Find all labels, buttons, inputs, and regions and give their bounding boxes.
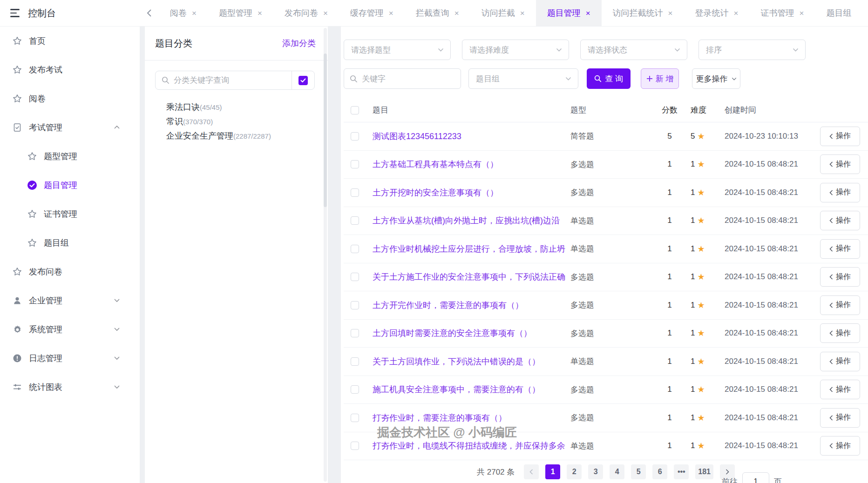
category-item[interactable]: 企业安全生产管理(2287/2287) [145,129,328,143]
question-title-link[interactable]: 土方作业时机械挖土应分层进行，合理放坡，防止坍 [373,243,570,255]
sidebar-item-certificate[interactable]: 证书管理 [0,200,140,228]
keyword-input[interactable]: 关键字 [344,68,461,89]
hamburger-menu-icon[interactable] [10,9,20,17]
tab-tixingguanli[interactable]: 题型管理× [208,0,273,26]
row-checkbox[interactable] [351,357,359,366]
close-icon[interactable]: × [586,9,590,17]
tab-zhengshuguanli[interactable]: 证书管理× [749,0,815,26]
row-actions-button[interactable]: 操作 [820,239,860,259]
page-button-5[interactable]: 5 [631,464,646,479]
category-item[interactable]: 乘法口诀(45/45) [145,100,328,114]
question-title-link[interactable]: 打夯作业时，需要注意的事项有（） [373,412,570,423]
category-item[interactable]: 常识(370/370) [145,114,328,129]
question-type-select[interactable]: 请选择题型 [344,40,451,60]
row-checkbox[interactable] [351,329,359,337]
page-button-4[interactable]: 4 [610,464,624,479]
row-actions-button[interactable]: 操作 [820,323,860,343]
row-checkbox[interactable] [351,132,359,141]
sidebar-item-system[interactable]: 系统管理 [0,315,140,344]
row-actions-button[interactable]: 操作 [820,380,860,399]
add-question-button[interactable]: 新 增 [641,68,679,89]
tab-timuguanli-active[interactable]: 题目管理× [536,0,602,26]
sidebar-item-publish-exam[interactable]: 发布考试 [0,55,140,84]
row-actions-button[interactable]: 操作 [820,408,860,428]
question-title-link[interactable]: 土方开挖时的安全注意事项有（） [373,187,570,198]
page-button-3[interactable]: 3 [588,464,603,479]
question-title-link[interactable]: 打夯作业时，电缆线不得扭结或缠绕，并应保持多余 [373,440,570,451]
sidebar-item-question-management-selected[interactable]: 题目管理 [0,171,140,200]
sidebar-item-enterprise[interactable]: 企业管理 [0,286,140,315]
query-button[interactable]: 查 询 [587,68,631,89]
sidebar-item-question-type[interactable]: 题型管理 [0,142,140,171]
more-pages-button[interactable]: ••• [674,464,689,479]
sidebar-item-publish-survey[interactable]: 发布问卷 [0,257,140,286]
status-select[interactable]: 请选择状态 [580,40,687,60]
row-actions-button[interactable]: 操作 [820,211,860,230]
close-icon[interactable]: × [799,9,804,17]
close-icon[interactable]: × [389,9,393,17]
sidebar-item-question-group[interactable]: 题目组 [0,228,140,257]
question-title-link[interactable]: 土方开完作业时，需要注意的事项有（） [373,300,570,311]
sidebar-item-grading[interactable]: 阅卷 [0,84,140,113]
jump-page-input[interactable] [742,472,769,483]
row-checkbox[interactable] [351,160,359,168]
select-all-checkbox[interactable] [351,106,359,114]
row-checkbox[interactable] [351,301,359,309]
row-checkbox[interactable] [351,442,359,450]
close-icon[interactable]: × [668,9,673,17]
question-title-link[interactable]: 土方基础工程具有基本特点有（） [373,159,570,170]
tab-yuejuan[interactable]: 阅卷× [159,0,208,26]
tab-huancunguanli[interactable]: 缓存管理× [339,0,405,26]
page-button-6[interactable]: 6 [652,464,667,479]
close-icon[interactable]: × [323,9,328,17]
sidebar-item-logs[interactable]: 日志管理 [0,344,140,373]
question-group-select[interactable]: 题目组 [468,68,578,89]
add-category-link[interactable]: 添加分类 [282,38,316,49]
row-actions-button[interactable]: 操作 [820,436,860,456]
row-actions-button[interactable]: 操作 [820,267,860,287]
question-difficulty: 1 [691,329,695,338]
more-actions-button[interactable]: 更多操作 [692,68,740,89]
sort-select[interactable]: 排序 [698,40,806,60]
category-filter-checkbox-checked[interactable] [298,76,308,85]
row-actions-button[interactable]: 操作 [820,295,860,315]
row-checkbox[interactable] [351,273,359,281]
row-checkbox[interactable] [351,188,359,197]
row-actions-button[interactable]: 操作 [820,352,860,371]
tab-fangwenlanjietongji[interactable]: 访问拦截统计× [602,0,684,26]
scrollbar[interactable] [324,28,327,482]
tab-fangwenlanjie[interactable]: 访问拦截× [470,0,536,26]
tab-timuzu[interactable]: 题目组 [815,0,862,26]
tabs-scroll-left-icon[interactable] [140,0,159,26]
row-checkbox[interactable] [351,216,359,225]
tab-lanjiechaxun[interactable]: 拦截查询× [405,0,470,26]
close-icon[interactable]: × [520,9,525,17]
prev-page-button[interactable] [524,464,539,479]
sidebar-item-exam-management[interactable]: 考试管理 [0,113,140,142]
row-checkbox[interactable] [351,245,359,253]
page-button-1[interactable]: 1 [545,464,560,479]
question-title-link[interactable]: 土方作业从基坑(槽)向外抛土时，应挑出坑(槽)边沿 [373,215,570,226]
row-actions-button[interactable]: 操作 [820,154,860,174]
tab-denglutongji[interactable]: 登录统计× [684,0,750,26]
tab-fabuwenjuan[interactable]: 发布问卷× [273,0,339,26]
close-icon[interactable]: × [454,9,459,17]
page-button-181[interactable]: 181 [695,464,713,479]
category-search-input[interactable]: 分类关键字查询 [156,71,292,89]
question-title-link[interactable]: 关于土方施工作业的安全注意事项中，下列说法正确 [373,271,570,282]
question-title-link[interactable]: 测试图表123456112233 [373,131,570,142]
row-checkbox[interactable] [351,385,359,394]
difficulty-select[interactable]: 请选择难度 [462,40,569,60]
sidebar-item-home[interactable]: 首页 [0,27,140,55]
question-title-link[interactable]: 土方回填时需要注意的安全注意事项有（） [373,328,570,339]
close-icon[interactable]: × [192,9,197,17]
close-icon[interactable]: × [734,9,739,17]
question-title-link[interactable]: 关于土方回填作业，下列说法中错误的是（） [373,356,570,367]
page-button-2[interactable]: 2 [567,464,582,479]
row-actions-button[interactable]: 操作 [820,127,860,146]
sidebar-item-statistics[interactable]: 统计图表 [0,373,140,402]
row-checkbox[interactable] [351,414,359,422]
close-icon[interactable]: × [258,9,262,17]
question-title-link[interactable]: 施工机具安全注意事项中，需要注意的有（） [373,384,570,395]
row-actions-button[interactable]: 操作 [820,183,860,202]
